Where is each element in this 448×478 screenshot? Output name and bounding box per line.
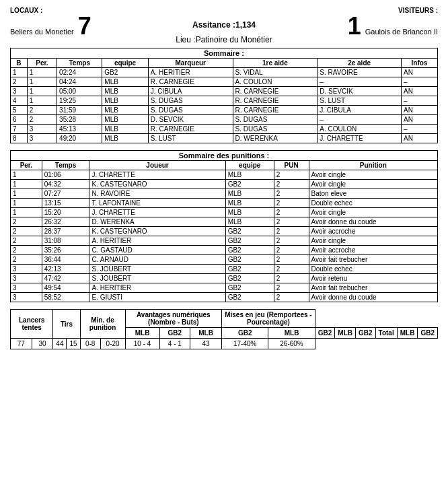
- summary-col-header: equipe: [102, 59, 149, 68]
- summary-cell: R. CARNEGIE: [233, 87, 318, 96]
- punitions-cell: Avoir fait trebucher: [309, 255, 438, 265]
- stats-table: Lancers tentes Tirs Min. de punition Ava…: [10, 309, 438, 349]
- table-row: 115:20J. CHARETTEMLB2Avoir cingle: [11, 208, 438, 217]
- punitions-cell: MLB: [225, 208, 274, 217]
- stats-values-row: 773044150-80-2010 - 44 - 14317-40%26-60%: [11, 339, 438, 349]
- punitions-cell: Avoir cingle: [309, 208, 438, 217]
- punitions-cell: 2: [274, 180, 309, 189]
- punitions-cell: J. CHARETTE: [89, 170, 225, 180]
- summary-cell: R. CARNEGIE: [148, 77, 233, 87]
- summary-cell: 02:24: [57, 68, 102, 77]
- summary-col-header: Marqueur: [148, 59, 233, 68]
- stats-cell: 43: [190, 339, 222, 349]
- punitions-cell: 2: [274, 283, 309, 293]
- summary-cell: 6: [11, 115, 28, 125]
- punitions-cell: 01:06: [42, 170, 89, 180]
- punitions-cell: 2: [274, 170, 309, 180]
- summary-cell: MLB: [102, 125, 149, 134]
- stats-cell: 15: [67, 339, 80, 349]
- punitions-cell: 2: [274, 246, 309, 255]
- summary-cell: 35:28: [57, 115, 102, 125]
- punitions-cell: D. WERENKA: [89, 217, 225, 227]
- local-block: LOCAUX : Beliers du Monetier 7: [10, 7, 145, 38]
- mises-label: Mises en jeu (Remportees - Pourcentage): [222, 310, 315, 328]
- punitions-cell: 3: [11, 293, 42, 302]
- local-score: 7: [78, 14, 91, 38]
- stats-cell: 0-8: [80, 339, 100, 349]
- summary-table: Sommaire : BPer.TempsequipeMarqueur1re a…: [10, 48, 438, 143]
- stats-cell: 44: [53, 339, 67, 349]
- stats-team-header: MLB: [268, 328, 315, 339]
- punitions-cell: J. CHARETTE: [89, 208, 225, 217]
- summary-cell: 5: [11, 106, 28, 115]
- punitions-cell: K. CASTEGNARO: [89, 180, 225, 189]
- punitions-cell: 3: [11, 274, 42, 283]
- punitions-cell: 26:32: [42, 217, 89, 227]
- lieu-text: Lieu :Patinoire du Monétier: [145, 35, 303, 44]
- punitions-cell: 2: [274, 274, 309, 283]
- summary-cell: 3: [27, 134, 57, 143]
- table-row: 4119:25MLBS. DUGASR. CARNEGIES. LUST–: [11, 96, 438, 106]
- punitions-cell: C. GASTAUD: [89, 246, 225, 255]
- punitions-cell: GB2: [225, 246, 274, 255]
- punitions-cell: 3: [11, 265, 42, 274]
- punitions-cell: 2: [274, 293, 309, 302]
- summary-col-header: 1re aide: [233, 59, 318, 68]
- punitions-cell: Double echec: [309, 199, 438, 208]
- punitions-cell: 13:15: [42, 199, 89, 208]
- punitions-table: Sommaire des punitions : Per.TempsJoueur…: [10, 150, 438, 302]
- summary-cell: A. COULON: [318, 125, 402, 134]
- punitions-cell: 2: [274, 217, 309, 227]
- punitions-cell: 2: [274, 227, 309, 236]
- punitions-cell: Avoir retenu: [309, 274, 438, 283]
- summary-cell: 3: [11, 87, 28, 96]
- avantages-label: Avantages numériques (Nombre - Buts): [125, 310, 222, 328]
- visitor-block: VISITEURS : 1 Gaulois de Briancon II: [303, 7, 438, 38]
- punitions-cell: T. LAFONTAINE: [89, 199, 225, 208]
- punitions-title: Sommaire des punitions :: [11, 151, 438, 161]
- table-row: 5231:59MLBS. DUGASR. CARNEGIEJ. CIBULAAN: [11, 106, 438, 115]
- table-row: 228:37K. CASTEGNAROGB22Avoir accroche: [11, 227, 438, 236]
- punitions-col-header: Punition: [309, 161, 438, 170]
- punitions-col-header: Joueur: [89, 161, 225, 170]
- punitions-cell: Avoir donne du coude: [309, 217, 438, 227]
- summary-cell: A. HERITIER: [148, 68, 233, 77]
- summary-body: 1102:24GB2A. HERITIERS. VIDALS. RAVOIREA…: [11, 68, 438, 143]
- summary-cell: 45:13: [57, 125, 102, 134]
- stats-team-header: MLB: [397, 328, 418, 339]
- stats-team-header: MLB: [335, 328, 356, 339]
- table-row: 7345:13MLBR. CARNEGIES. DUGASA. COULON–: [11, 125, 438, 134]
- summary-cell: –: [402, 77, 438, 87]
- punitions-cell: 36:44: [42, 255, 89, 265]
- summary-cell: 1: [27, 77, 57, 87]
- table-row: 6235:28MLBD. SEVCIKS. DUGAS–AN: [11, 115, 438, 125]
- table-row: 2104:24MLBR. CARNEGIEA. COULON––: [11, 77, 438, 87]
- punitions-cell: GB2: [225, 255, 274, 265]
- punitions-cell: Double echec: [309, 265, 438, 274]
- punitions-cell: 1: [11, 208, 42, 217]
- stats-team-header: Total: [375, 328, 397, 339]
- summary-header: BPer.TempsequipeMarqueur1re aide2e aideI…: [11, 59, 438, 68]
- punitions-col-header: equipe: [225, 161, 274, 170]
- summary-cell: AN: [402, 87, 438, 96]
- summary-cell: MLB: [102, 96, 149, 106]
- visitor-score-row: 1 Gaulois de Briancon II: [303, 14, 438, 38]
- summary-cell: 1: [27, 68, 57, 77]
- summary-cell: 19:25: [57, 96, 102, 106]
- punitions-cell: S. JOUBERT: [89, 274, 225, 283]
- summary-cell: 7: [11, 125, 28, 134]
- table-row: 236:44C. ARNAUDGB22Avoir fait trebucher: [11, 255, 438, 265]
- punitions-cell: 42:13: [42, 265, 89, 274]
- summary-cell: 1: [27, 87, 57, 96]
- stats-team-header: GB2: [355, 328, 375, 339]
- table-row: 104:32K. CASTEGNAROGB22Avoir cingle: [11, 180, 438, 189]
- summary-cell: GB2: [102, 68, 149, 77]
- summary-cell: 8: [11, 134, 28, 143]
- punitions-cell: 2: [274, 199, 309, 208]
- stats-values: 773044150-80-2010 - 44 - 14317-40%26-60%: [11, 339, 438, 349]
- summary-cell: AN: [402, 106, 438, 115]
- table-row: 226:32D. WERENKAMLB2Avoir donne du coude: [11, 217, 438, 227]
- summary-col-header: Temps: [57, 59, 102, 68]
- summary-cell: 05:00: [57, 87, 102, 96]
- stats-cell: 4 - 1: [159, 339, 190, 349]
